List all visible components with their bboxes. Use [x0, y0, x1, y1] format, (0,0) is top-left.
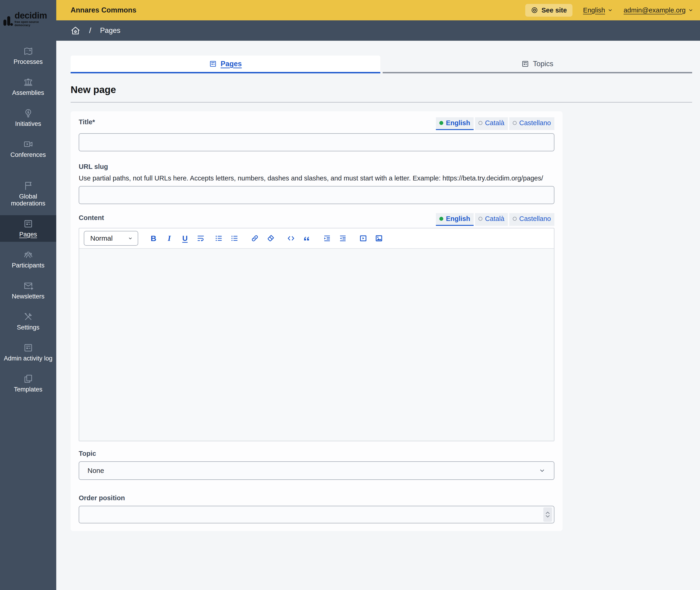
account-menu[interactable]: admin@example.org: [624, 6, 694, 14]
sidebar-item-label: Global moderations: [1, 193, 55, 207]
title-language-switcher: English Català Castellano: [436, 117, 554, 130]
tools-icon: [23, 312, 33, 322]
topic-label: Topic: [79, 449, 554, 458]
indent-decrease-icon[interactable]: [338, 233, 348, 243]
eye-icon: [531, 6, 538, 14]
decidim-mark-icon: [3, 15, 13, 27]
sidebar-item-label: Processes: [13, 58, 42, 65]
admin-sidebar: decidim free open-source democracy Proce…: [0, 0, 56, 590]
lang-option-catala[interactable]: Català: [475, 213, 508, 226]
sidebar-item-newsletters[interactable]: Newsletters: [0, 277, 56, 304]
sidebar-item-templates[interactable]: Templates: [0, 370, 56, 397]
see-site-button[interactable]: See site: [525, 4, 573, 17]
indent-increase-icon[interactable]: [322, 233, 332, 243]
order-position-input[interactable]: [79, 506, 554, 523]
language-menu[interactable]: English: [583, 6, 613, 14]
text-wrap-icon[interactable]: [196, 233, 206, 243]
brand-tagline: free open-source democracy: [15, 20, 54, 27]
sidebar-item-conferences[interactable]: Conferences: [0, 135, 56, 162]
home-icon[interactable]: [71, 26, 80, 35]
tab-topics[interactable]: Topics: [383, 56, 692, 73]
order-position-spinner[interactable]: [543, 507, 552, 522]
unordered-list-icon[interactable]: [230, 233, 240, 243]
sidebar-nav: Processes Assemblies Initia: [0, 42, 56, 401]
sidebar-item-assemblies[interactable]: Assemblies: [0, 74, 56, 100]
sidebar-item-global-moderations[interactable]: Global moderations: [0, 177, 56, 211]
radio-circle-icon: [513, 121, 517, 125]
brand-name: decidim: [15, 12, 54, 19]
breadcrumb-separator: /: [89, 26, 91, 35]
sidebar-item-initiatives[interactable]: Initiatives: [0, 105, 56, 131]
rich-text-editor: Normal B I U: [79, 228, 554, 441]
lang-option-english[interactable]: English: [436, 117, 473, 130]
lang-option-catala[interactable]: Català: [475, 117, 508, 130]
link-icon[interactable]: [250, 233, 260, 243]
sidebar-item-label: Participants: [12, 262, 45, 269]
lang-option-castellano[interactable]: Castellano: [509, 213, 554, 226]
flag-icon: [23, 181, 33, 191]
account-menu-label: admin@example.org: [624, 6, 686, 14]
topic-select[interactable]: None: [79, 461, 554, 480]
video-icon[interactable]: [358, 233, 368, 243]
article-icon: [521, 60, 529, 68]
tab-topics-label: Topics: [533, 60, 553, 68]
code-view-icon[interactable]: [286, 233, 296, 243]
content-language-switcher: English Català Castellano: [436, 213, 554, 226]
file-copy-icon: [23, 374, 33, 384]
sidebar-item-settings[interactable]: Settings: [0, 308, 56, 335]
article-icon: [209, 60, 217, 68]
content-label: Content: [79, 213, 104, 222]
clear-format-icon[interactable]: [265, 233, 276, 243]
organization-name: Annares Commons: [71, 6, 136, 14]
editor-toolbar: Normal B I U: [79, 228, 554, 249]
image-icon[interactable]: [374, 233, 384, 243]
tab-bar: Pages Topics: [71, 56, 692, 73]
title-input[interactable]: [79, 133, 554, 151]
chevron-down-icon: [539, 467, 546, 474]
paragraph-style-select[interactable]: Normal: [84, 231, 138, 246]
sidebar-item-label: Newsletters: [12, 293, 45, 300]
radio-circle-icon: [478, 217, 483, 221]
underline-icon[interactable]: U: [180, 233, 190, 243]
see-site-label: See site: [541, 6, 567, 14]
bold-icon[interactable]: B: [148, 233, 159, 243]
italic-icon[interactable]: I: [164, 233, 174, 243]
lightbulb-flash-icon: [23, 108, 33, 118]
order-position-label: Order position: [79, 493, 554, 503]
breadcrumb: / Pages: [56, 20, 700, 41]
sidebar-item-participants[interactable]: Participants: [0, 246, 56, 273]
decidim-logo[interactable]: decidim free open-source democracy: [0, 0, 56, 33]
content-editor[interactable]: [79, 249, 554, 441]
title-label: Title*: [79, 117, 95, 126]
language-menu-label: English: [583, 6, 605, 14]
chevron-down-icon: [127, 235, 133, 241]
group-icon: [23, 250, 33, 260]
topbar: Annares Commons See site English admin@e…: [56, 0, 700, 20]
breadcrumb-current[interactable]: Pages: [100, 26, 120, 35]
tab-pages[interactable]: Pages: [71, 56, 380, 73]
tab-pages-label: Pages: [221, 60, 242, 68]
heading-divider: [71, 102, 692, 102]
sidebar-item-label: Assemblies: [12, 89, 44, 96]
sidebar-item-processes[interactable]: Processes: [0, 42, 56, 69]
sidebar-item-admin-activity-log[interactable]: Admin activity log: [0, 339, 56, 366]
radio-circle-icon: [513, 217, 517, 221]
chevron-down-icon: [688, 7, 694, 13]
topic-select-value: None: [88, 467, 539, 475]
blockquote-icon[interactable]: [301, 233, 312, 243]
page-title: New page: [71, 84, 692, 95]
chevron-down-icon: [607, 7, 613, 13]
sidebar-item-label: Admin activity log: [4, 355, 52, 362]
url-slug-help: Use partial paths, not full URLs here. A…: [79, 174, 554, 183]
selected-dot-icon: [439, 121, 443, 125]
government-icon: [23, 77, 33, 87]
article-icon: [23, 219, 33, 229]
ordered-list-icon[interactable]: [214, 233, 224, 243]
sidebar-item-label: Conferences: [10, 151, 46, 158]
url-slug-input[interactable]: [79, 186, 554, 204]
radio-circle-icon: [478, 121, 483, 125]
sidebar-item-pages[interactable]: Pages: [0, 215, 56, 242]
lang-option-castellano[interactable]: Castellano: [509, 117, 554, 130]
lang-option-english[interactable]: English: [436, 213, 473, 226]
new-page-form: Title* English Català Castellano URL slu…: [71, 111, 562, 531]
